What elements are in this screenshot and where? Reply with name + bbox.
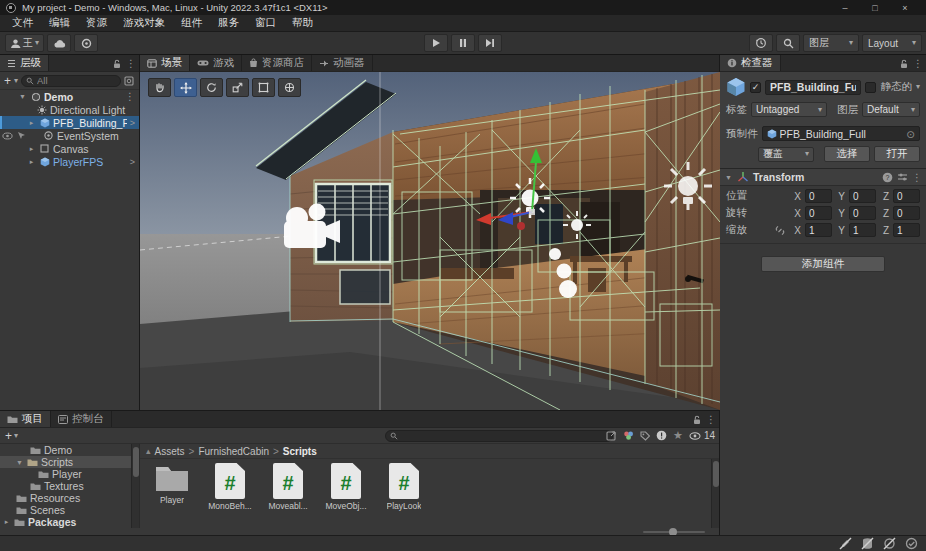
favorites-star-icon[interactable]: ★ (673, 429, 683, 442)
fold-icon[interactable]: ▸ (27, 145, 36, 153)
project-searchbox[interactable] (385, 430, 613, 442)
file-moveobj-script[interactable]: # MoveObj... (324, 463, 368, 511)
hierarchy-item-playerfps[interactable]: ▸ PlayerFPS > (0, 155, 139, 168)
account-button[interactable]: 王 ▾ (5, 34, 44, 52)
presets-icon[interactable] (897, 172, 908, 182)
folder-packages[interactable]: ▸ Packages (0, 516, 139, 528)
scale-z-input[interactable] (893, 223, 920, 237)
layers-dropdown[interactable]: 图层 ▾ (803, 34, 859, 52)
prefab-open-chevron[interactable]: > (130, 157, 135, 167)
search-in-assets-icon[interactable] (606, 431, 617, 441)
tab-console[interactable]: 控制台 (51, 411, 112, 427)
rotation-z-input[interactable] (893, 206, 920, 220)
fold-icon[interactable]: ▸ (27, 158, 36, 166)
status-ok-icon[interactable] (905, 537, 918, 550)
hierarchy-item-scene[interactable]: ▼ Demo ⋮ (0, 90, 139, 103)
transform-tool[interactable] (278, 78, 301, 97)
create-asset-button[interactable]: + (5, 430, 12, 442)
layout-dropdown[interactable]: Layout ▾ (862, 34, 922, 52)
hierarchy-menu-button[interactable]: ⋮ (126, 58, 136, 69)
scale-tool[interactable] (226, 78, 249, 97)
tab-game[interactable]: 游戏 (190, 55, 242, 71)
inspector-menu-button[interactable]: ⋮ (913, 58, 923, 69)
close-button[interactable]: × (890, 0, 920, 15)
scene-viewport[interactable] (140, 72, 720, 410)
position-z-input[interactable] (893, 189, 920, 203)
menu-assets[interactable]: 资源 (78, 15, 115, 32)
hidden-items-indicator[interactable]: 14 (689, 430, 715, 441)
prefab-open-button[interactable]: 打开 (874, 146, 920, 162)
folder-scripts[interactable]: ▼ Scripts (0, 456, 139, 468)
active-checkbox[interactable]: ✓ (750, 82, 761, 93)
hierarchy-item-eventsystem[interactable]: EventSystem (0, 129, 139, 142)
menu-edit[interactable]: 编辑 (41, 15, 78, 32)
transform-menu-button[interactable]: ⋮ (912, 172, 922, 183)
paint-disabled-icon[interactable] (839, 537, 852, 550)
breadcrumb-scripts[interactable]: Scripts (283, 446, 317, 457)
rotation-x-input[interactable] (805, 206, 832, 220)
folder-textures[interactable]: Textures (0, 480, 139, 492)
create-dropdown-arrow-icon[interactable]: ▾ (14, 77, 18, 85)
fold-icon[interactable]: ▼ (15, 459, 24, 466)
hierarchy-item-directional-light[interactable]: Directional Light (0, 103, 139, 116)
menu-window[interactable]: 窗口 (247, 15, 284, 32)
gameobject-name-field[interactable] (765, 80, 861, 95)
static-dropdown-arrow-icon[interactable]: ▾ (916, 83, 920, 91)
tag-dropdown[interactable]: Untagged ▾ (751, 102, 827, 117)
folder-player[interactable]: Player (0, 468, 139, 480)
tab-asset-store[interactable]: 资源商店 (242, 55, 312, 71)
cache-disabled-icon[interactable] (861, 537, 874, 550)
file-monobeh-script[interactable]: # MonoBeh... (208, 463, 252, 511)
tab-hierarchy[interactable]: 层级 (0, 55, 49, 71)
file-playlook-script[interactable]: # PlayLook (382, 463, 426, 511)
overrides-dropdown[interactable]: 覆盖 ▾ (758, 147, 814, 162)
tab-scene[interactable]: 场景 (140, 55, 190, 71)
alert-filter-icon[interactable] (656, 430, 667, 441)
scene-menu-button[interactable]: ⋮ (125, 91, 135, 102)
tab-animator[interactable]: 动画器 (312, 55, 373, 71)
add-component-button[interactable]: 添加组件 (761, 256, 885, 272)
tab-inspector[interactable]: 检查器 (720, 55, 781, 71)
rotation-y-input[interactable] (849, 206, 876, 220)
position-x-input[interactable] (805, 189, 832, 203)
lock-icon[interactable] (693, 415, 701, 425)
file-grid-scrollbar[interactable] (711, 459, 719, 528)
light-gizmo-right[interactable] (664, 162, 712, 210)
file-player-folder[interactable]: Player (150, 463, 194, 511)
search-button[interactable] (776, 34, 800, 52)
lock-icon[interactable] (113, 59, 121, 69)
menu-services[interactable]: 服务 (210, 15, 247, 32)
hierarchy-item-pfb-building[interactable]: ▸ PFB_Building_Fu > (0, 116, 139, 129)
search-by-label-icon[interactable] (640, 431, 650, 441)
breadcrumb-collapse-icon[interactable]: ▴ (146, 446, 151, 456)
collab-target-button[interactable] (74, 34, 98, 52)
step-button[interactable] (478, 34, 502, 52)
layer-dropdown[interactable]: Default ▾ (862, 102, 920, 117)
minimize-button[interactable]: – (830, 0, 860, 15)
tree-scrollbar[interactable] (131, 444, 139, 528)
cloud-services-button[interactable] (47, 34, 71, 52)
breadcrumb-assets[interactable]: Assets (155, 446, 185, 457)
pick-icon[interactable] (16, 130, 27, 141)
refresh-disabled-icon[interactable] (883, 537, 896, 550)
search-pick-icon[interactable] (124, 76, 135, 86)
maximize-button[interactable]: □ (860, 0, 890, 15)
prefab-select-button[interactable]: 选择 (824, 146, 870, 162)
project-search-input[interactable] (401, 431, 608, 442)
scale-x-input[interactable] (805, 223, 832, 237)
prefab-object-field[interactable]: PFB_Building_Full ⊙ (762, 126, 921, 141)
pause-button[interactable] (451, 34, 475, 52)
help-icon[interactable]: ? (882, 172, 893, 183)
menu-gameobject[interactable]: 游戏对象 (115, 15, 173, 32)
link-scale-icon[interactable] (774, 225, 786, 235)
fold-icon[interactable]: ▼ (724, 174, 733, 181)
lock-icon[interactable] (900, 59, 908, 69)
fold-icon[interactable]: ▸ (2, 518, 11, 526)
visibility-eye-icon[interactable] (2, 130, 13, 141)
breadcrumb-furnishedcabin[interactable]: FurnishedCabin (198, 446, 269, 457)
object-picker-icon[interactable]: ⊙ (906, 128, 915, 140)
scale-y-input[interactable] (849, 223, 876, 237)
tab-project[interactable]: 项目 (0, 411, 51, 427)
static-checkbox[interactable] (865, 82, 876, 93)
search-by-type-icon[interactable] (623, 430, 634, 441)
